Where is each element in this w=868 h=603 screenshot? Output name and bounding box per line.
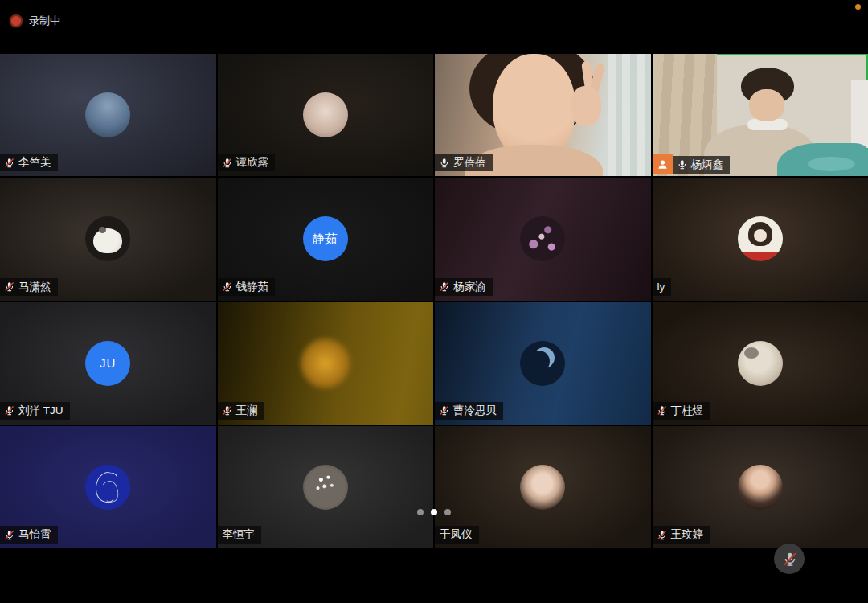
nameplate: 李恒宇 <box>218 526 262 544</box>
avatar <box>738 465 783 510</box>
nameplate: 罗蓓蓓 <box>435 154 493 171</box>
peace-sign-palm <box>571 86 601 126</box>
nameplate: 李竺美 <box>0 154 58 171</box>
participant-name: 于凤仪 <box>440 527 473 542</box>
avatar <box>85 465 130 510</box>
page-dot-1[interactable] <box>417 509 424 515</box>
mic-muted-icon <box>439 281 449 292</box>
participant-name: 谭欣露 <box>236 155 269 170</box>
nameplate: 王澜 <box>218 402 264 420</box>
person-face <box>749 89 784 121</box>
avatar <box>738 216 783 261</box>
meeting-window: 录制中 李竺美 谭欣露 <box>0 0 868 603</box>
nameplate: 谭欣露 <box>218 154 276 171</box>
nameplate: 刘洋 TJU <box>0 402 70 420</box>
participant-name: 罗蓓蓓 <box>453 155 486 170</box>
mic-muted-icon <box>222 405 232 416</box>
avatar <box>303 92 348 137</box>
tile-participant-12[interactable]: 丁桂煜 <box>653 302 868 425</box>
participant-grid: 李竺美 谭欣露 罗蓓蓓 <box>0 54 868 548</box>
participant-name: 刘洋 TJU <box>18 404 63 418</box>
tile-participant-11[interactable]: 曹泠思贝 <box>435 302 651 425</box>
nameplate: 曹泠思贝 <box>435 402 503 420</box>
tile-participant-4-active-speaker[interactable]: 杨炳鑫 <box>653 54 868 176</box>
participant-name: 王澜 <box>236 404 258 418</box>
shelf-backdrop <box>851 80 868 148</box>
host-badge-icon <box>653 154 673 174</box>
tile-participant-8[interactable]: ly <box>653 178 868 300</box>
avatar <box>303 465 348 510</box>
recording-indicator: 录制中 <box>10 14 60 28</box>
mic-muted-icon <box>4 405 14 416</box>
participant-name: 杨家渝 <box>453 280 486 294</box>
participant-name: 马潇然 <box>18 280 51 294</box>
mic-muted-icon <box>657 530 667 540</box>
page-dot-3[interactable] <box>444 509 451 515</box>
avatar-initials: JU <box>85 341 130 386</box>
tile-participant-14[interactable]: 李恒宇 <box>218 426 434 548</box>
record-icon <box>10 14 23 27</box>
participant-name: 曹泠思贝 <box>453 404 497 418</box>
page-indicator <box>417 509 451 515</box>
nameplate: 杨炳鑫 <box>673 156 731 174</box>
top-bar: 录制中 <box>0 0 868 54</box>
avatar <box>85 216 130 261</box>
avatar <box>738 341 783 386</box>
nameplate: ly <box>653 278 672 296</box>
mic-mute-button[interactable] <box>774 544 805 574</box>
tile-participant-13[interactable]: 马怡霄 <box>0 426 216 548</box>
avatar <box>520 465 565 510</box>
mic-muted-icon <box>4 530 14 540</box>
avatar <box>301 338 350 388</box>
tile-participant-10[interactable]: 王澜 <box>218 302 434 425</box>
mic-on-icon <box>677 159 687 170</box>
mic-muted-icon <box>657 405 667 416</box>
mic-muted-icon <box>222 281 232 292</box>
participant-name: 杨炳鑫 <box>691 158 724 172</box>
tile-participant-5[interactable]: 马潇然 <box>0 178 216 300</box>
tile-participant-15[interactable]: 于凤仪 <box>435 426 651 548</box>
tile-participant-16[interactable]: 王玟婷 <box>653 426 868 548</box>
avatar <box>520 341 565 386</box>
avatar <box>85 92 130 137</box>
participant-name: 王玟婷 <box>671 527 704 542</box>
curtain-backdrop <box>608 54 651 176</box>
participant-name: 丁桂煜 <box>671 404 704 418</box>
tile-participant-6[interactable]: 静茹 钱静茹 <box>218 178 434 300</box>
mic-muted-icon <box>4 158 14 168</box>
nameplate: 丁桂煜 <box>653 402 710 420</box>
participant-name: ly <box>657 281 665 293</box>
tile-participant-2[interactable]: 谭欣露 <box>218 54 434 176</box>
notification-dot-icon <box>855 4 861 10</box>
participant-name: 李竺美 <box>18 155 51 170</box>
mic-muted-icon <box>222 158 232 168</box>
participant-name: 李恒宇 <box>223 527 256 542</box>
tile-participant-3[interactable]: 罗蓓蓓 <box>435 54 651 176</box>
page-dot-2-active[interactable] <box>431 509 437 515</box>
recording-label: 录制中 <box>29 14 60 28</box>
participant-name: 马怡霄 <box>18 527 51 542</box>
mic-on-icon <box>439 158 449 168</box>
tile-participant-9[interactable]: JU 刘洋 TJU <box>0 302 216 425</box>
nameplate: 王玟婷 <box>653 526 710 544</box>
mic-muted-icon <box>439 405 449 416</box>
tile-participant-1[interactable]: 李竺美 <box>0 54 216 176</box>
avatar <box>520 216 565 261</box>
nameplate: 马怡霄 <box>0 526 58 544</box>
participant-name: 钱静茹 <box>236 280 269 294</box>
bed-fold <box>808 157 855 171</box>
nameplate: 杨家渝 <box>435 278 493 296</box>
nameplate: 钱静茹 <box>218 278 276 296</box>
nameplate: 于凤仪 <box>435 526 479 544</box>
mic-muted-icon <box>4 281 14 292</box>
tile-participant-7[interactable]: 杨家渝 <box>435 178 651 300</box>
nameplate: 马潇然 <box>0 278 58 296</box>
avatar-initials: 静茹 <box>303 216 348 261</box>
